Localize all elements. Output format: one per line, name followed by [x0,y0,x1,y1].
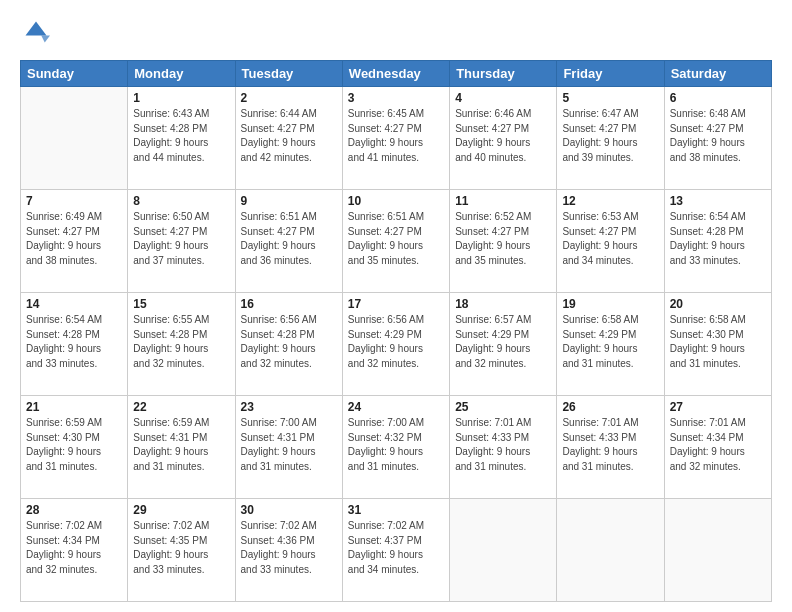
logo [20,18,54,50]
calendar-cell: 30Sunrise: 7:02 AMSunset: 4:36 PMDayligh… [235,499,342,602]
calendar-body: 1Sunrise: 6:43 AMSunset: 4:28 PMDaylight… [21,87,772,602]
day-info: Sunrise: 6:45 AMSunset: 4:27 PMDaylight:… [348,107,444,165]
weekday-header-saturday: Saturday [664,61,771,87]
day-number: 4 [455,91,551,105]
day-info: Sunrise: 6:56 AMSunset: 4:29 PMDaylight:… [348,313,444,371]
calendar-cell: 17Sunrise: 6:56 AMSunset: 4:29 PMDayligh… [342,293,449,396]
day-number: 17 [348,297,444,311]
day-info: Sunrise: 7:02 AMSunset: 4:34 PMDaylight:… [26,519,122,577]
day-info: Sunrise: 7:01 AMSunset: 4:33 PMDaylight:… [455,416,551,474]
page: SundayMondayTuesdayWednesdayThursdayFrid… [0,0,792,612]
weekday-header-row: SundayMondayTuesdayWednesdayThursdayFrid… [21,61,772,87]
weekday-header-monday: Monday [128,61,235,87]
calendar-cell: 25Sunrise: 7:01 AMSunset: 4:33 PMDayligh… [450,396,557,499]
calendar-week-row: 28Sunrise: 7:02 AMSunset: 4:34 PMDayligh… [21,499,772,602]
day-info: Sunrise: 6:54 AMSunset: 4:28 PMDaylight:… [26,313,122,371]
calendar-cell: 14Sunrise: 6:54 AMSunset: 4:28 PMDayligh… [21,293,128,396]
calendar-cell: 27Sunrise: 7:01 AMSunset: 4:34 PMDayligh… [664,396,771,499]
calendar-week-row: 7Sunrise: 6:49 AMSunset: 4:27 PMDaylight… [21,190,772,293]
day-number: 2 [241,91,337,105]
day-number: 30 [241,503,337,517]
day-number: 3 [348,91,444,105]
day-info: Sunrise: 6:58 AMSunset: 4:30 PMDaylight:… [670,313,766,371]
day-number: 9 [241,194,337,208]
day-info: Sunrise: 7:01 AMSunset: 4:33 PMDaylight:… [562,416,658,474]
day-number: 8 [133,194,229,208]
weekday-header-thursday: Thursday [450,61,557,87]
day-info: Sunrise: 7:01 AMSunset: 4:34 PMDaylight:… [670,416,766,474]
day-info: Sunrise: 6:47 AMSunset: 4:27 PMDaylight:… [562,107,658,165]
calendar-cell: 13Sunrise: 6:54 AMSunset: 4:28 PMDayligh… [664,190,771,293]
calendar-cell: 5Sunrise: 6:47 AMSunset: 4:27 PMDaylight… [557,87,664,190]
day-number: 15 [133,297,229,311]
calendar-cell: 24Sunrise: 7:00 AMSunset: 4:32 PMDayligh… [342,396,449,499]
calendar-cell: 31Sunrise: 7:02 AMSunset: 4:37 PMDayligh… [342,499,449,602]
logo-icon [22,18,50,46]
day-info: Sunrise: 6:59 AMSunset: 4:30 PMDaylight:… [26,416,122,474]
calendar-week-row: 14Sunrise: 6:54 AMSunset: 4:28 PMDayligh… [21,293,772,396]
header [20,18,772,50]
weekday-header-wednesday: Wednesday [342,61,449,87]
calendar-cell: 26Sunrise: 7:01 AMSunset: 4:33 PMDayligh… [557,396,664,499]
day-info: Sunrise: 6:46 AMSunset: 4:27 PMDaylight:… [455,107,551,165]
day-number: 6 [670,91,766,105]
calendar-cell: 22Sunrise: 6:59 AMSunset: 4:31 PMDayligh… [128,396,235,499]
day-number: 22 [133,400,229,414]
day-number: 12 [562,194,658,208]
calendar-cell: 8Sunrise: 6:50 AMSunset: 4:27 PMDaylight… [128,190,235,293]
calendar-cell: 7Sunrise: 6:49 AMSunset: 4:27 PMDaylight… [21,190,128,293]
calendar-cell: 11Sunrise: 6:52 AMSunset: 4:27 PMDayligh… [450,190,557,293]
day-info: Sunrise: 6:53 AMSunset: 4:27 PMDaylight:… [562,210,658,268]
weekday-header-sunday: Sunday [21,61,128,87]
day-number: 1 [133,91,229,105]
day-info: Sunrise: 6:43 AMSunset: 4:28 PMDaylight:… [133,107,229,165]
day-number: 16 [241,297,337,311]
weekday-header-friday: Friday [557,61,664,87]
day-info: Sunrise: 6:48 AMSunset: 4:27 PMDaylight:… [670,107,766,165]
day-info: Sunrise: 6:56 AMSunset: 4:28 PMDaylight:… [241,313,337,371]
day-info: Sunrise: 6:51 AMSunset: 4:27 PMDaylight:… [241,210,337,268]
calendar-cell: 12Sunrise: 6:53 AMSunset: 4:27 PMDayligh… [557,190,664,293]
weekday-header-tuesday: Tuesday [235,61,342,87]
day-number: 7 [26,194,122,208]
svg-marker-1 [41,36,50,43]
calendar-cell [21,87,128,190]
calendar-cell [450,499,557,602]
calendar-cell: 1Sunrise: 6:43 AMSunset: 4:28 PMDaylight… [128,87,235,190]
day-info: Sunrise: 7:02 AMSunset: 4:37 PMDaylight:… [348,519,444,577]
day-number: 19 [562,297,658,311]
day-number: 27 [670,400,766,414]
day-info: Sunrise: 6:50 AMSunset: 4:27 PMDaylight:… [133,210,229,268]
day-number: 14 [26,297,122,311]
day-info: Sunrise: 6:51 AMSunset: 4:27 PMDaylight:… [348,210,444,268]
calendar-week-row: 1Sunrise: 6:43 AMSunset: 4:28 PMDaylight… [21,87,772,190]
day-info: Sunrise: 6:44 AMSunset: 4:27 PMDaylight:… [241,107,337,165]
day-number: 23 [241,400,337,414]
day-number: 31 [348,503,444,517]
day-info: Sunrise: 6:59 AMSunset: 4:31 PMDaylight:… [133,416,229,474]
day-info: Sunrise: 6:52 AMSunset: 4:27 PMDaylight:… [455,210,551,268]
day-info: Sunrise: 7:00 AMSunset: 4:32 PMDaylight:… [348,416,444,474]
calendar-cell: 10Sunrise: 6:51 AMSunset: 4:27 PMDayligh… [342,190,449,293]
day-info: Sunrise: 6:49 AMSunset: 4:27 PMDaylight:… [26,210,122,268]
day-number: 26 [562,400,658,414]
calendar-cell: 4Sunrise: 6:46 AMSunset: 4:27 PMDaylight… [450,87,557,190]
day-info: Sunrise: 6:58 AMSunset: 4:29 PMDaylight:… [562,313,658,371]
calendar-cell: 9Sunrise: 6:51 AMSunset: 4:27 PMDaylight… [235,190,342,293]
calendar-cell: 19Sunrise: 6:58 AMSunset: 4:29 PMDayligh… [557,293,664,396]
calendar-cell: 28Sunrise: 7:02 AMSunset: 4:34 PMDayligh… [21,499,128,602]
day-number: 25 [455,400,551,414]
calendar-cell: 6Sunrise: 6:48 AMSunset: 4:27 PMDaylight… [664,87,771,190]
day-number: 5 [562,91,658,105]
day-number: 10 [348,194,444,208]
calendar-cell: 21Sunrise: 6:59 AMSunset: 4:30 PMDayligh… [21,396,128,499]
day-info: Sunrise: 7:00 AMSunset: 4:31 PMDaylight:… [241,416,337,474]
calendar-cell: 16Sunrise: 6:56 AMSunset: 4:28 PMDayligh… [235,293,342,396]
calendar-cell: 29Sunrise: 7:02 AMSunset: 4:35 PMDayligh… [128,499,235,602]
calendar-cell: 20Sunrise: 6:58 AMSunset: 4:30 PMDayligh… [664,293,771,396]
calendar-cell [557,499,664,602]
calendar-cell [664,499,771,602]
day-info: Sunrise: 7:02 AMSunset: 4:35 PMDaylight:… [133,519,229,577]
calendar-cell: 23Sunrise: 7:00 AMSunset: 4:31 PMDayligh… [235,396,342,499]
day-number: 28 [26,503,122,517]
